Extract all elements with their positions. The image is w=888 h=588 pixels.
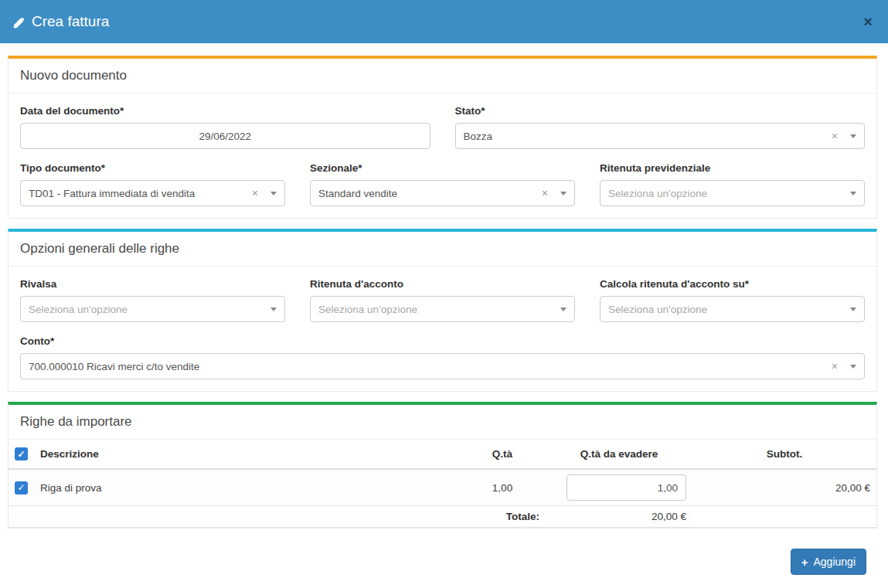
row-subtot: 20,00 € [692, 469, 876, 506]
clear-icon[interactable]: × [542, 188, 548, 199]
label-ritenuta-acconto: Ritenuta d'acconto [310, 278, 575, 290]
column-header-qta: Q.tà [459, 440, 546, 469]
righe-table: ✓ Descrizione Q.tà Q.tà da evadere Subto… [9, 440, 876, 528]
field-stato: Stato* Bozza × [455, 105, 866, 149]
clear-icon[interactable]: × [832, 131, 838, 141]
conto-select[interactable]: 700.000010 Ricavi merci c/to vendite × [20, 353, 865, 379]
ritenuta-acconto-select[interactable]: Seleziona un'opzione [310, 296, 575, 322]
card-opzioni-generali: Opzioni generali delle righe Rivalsa Sel… [8, 229, 877, 392]
rivalsa-select[interactable]: Seleziona un'opzione [20, 296, 285, 322]
row-checkbox[interactable]: ✓ [15, 481, 28, 495]
modal-title-text: Crea fattura [32, 13, 109, 30]
column-header-subtot: Subtot. [692, 440, 876, 469]
conto-value: 700.000010 Ricavi merci c/to vendite [29, 361, 825, 372]
modal-footer: + Aggiungi [8, 539, 877, 585]
chevron-down-icon [270, 192, 277, 195]
select-all-checkbox[interactable]: ✓ [15, 447, 28, 461]
label-sezionale: Sezionale* [310, 162, 575, 174]
chevron-down-icon [850, 365, 856, 369]
chevron-down-icon [850, 134, 856, 138]
field-rivalsa: Rivalsa Seleziona un'opzione [20, 278, 285, 322]
card-title-nuovo-documento: Nuovo documento [9, 59, 876, 93]
field-conto: Conto* 700.000010 Ricavi merci c/to vend… [20, 335, 865, 379]
chevron-down-icon [270, 308, 277, 311]
card-nuovo-documento: Nuovo documento Data del documento* Stat… [8, 56, 877, 219]
qta-da-evadere-input[interactable] [566, 474, 686, 501]
field-ritenuta-acconto: Ritenuta d'acconto Seleziona un'opzione [310, 278, 575, 322]
field-data-documento: Data del documento* [20, 105, 430, 149]
sezionale-value: Standard vendite [318, 188, 536, 199]
row-qta: 1,00 [459, 469, 546, 506]
label-ritenuta-previdenziale: Ritenuta previdenziale [600, 162, 865, 174]
close-icon[interactable]: × [860, 12, 876, 31]
label-conto: Conto* [20, 335, 865, 347]
card-title-righe: Righe da importare [9, 405, 876, 440]
calcola-ritenuta-select[interactable]: Seleziona un'opzione [600, 296, 865, 322]
aggiungi-button[interactable]: + Aggiungi [791, 549, 866, 575]
clear-icon[interactable]: × [832, 361, 838, 372]
label-tipo-documento: Tipo documento* [20, 162, 285, 174]
totale-value: 20,00 € [546, 506, 692, 528]
column-header-descrizione: Descrizione [34, 440, 459, 469]
modal-title: Crea fattura [12, 13, 109, 30]
table-row: ✓ Riga di prova 1,00 20,00 € [9, 469, 876, 506]
data-documento-input[interactable] [20, 123, 430, 149]
label-stato: Stato* [455, 105, 866, 117]
ritenuta-previdenziale-placeholder: Seleziona un'opzione [608, 188, 850, 199]
chevron-down-icon [560, 308, 566, 311]
stato-value: Bozza [464, 131, 825, 142]
aggiungi-label: Aggiungi [814, 556, 856, 568]
chevron-down-icon [560, 192, 566, 195]
pencil-icon [12, 16, 24, 28]
field-calcola-ritenuta: Calcola ritenuta d'acconto su* Seleziona… [600, 278, 865, 322]
label-calcola-ritenuta: Calcola ritenuta d'acconto su* [600, 278, 865, 290]
ritenuta-acconto-placeholder: Seleziona un'opzione [318, 304, 560, 315]
totale-empty-cell [692, 506, 876, 528]
calcola-ritenuta-placeholder: Seleziona un'opzione [608, 304, 850, 315]
rivalsa-placeholder: Seleziona un'opzione [29, 304, 270, 315]
tipo-documento-value: TD01 - Fattura immediata di vendita [29, 188, 246, 199]
sezionale-select[interactable]: Standard vendite × [310, 180, 575, 206]
plus-icon: + [801, 556, 808, 568]
label-data-documento: Data del documento* [20, 105, 430, 117]
table-header-row: ✓ Descrizione Q.tà Q.tà da evadere Subto… [9, 440, 876, 469]
totale-label: Totale: [9, 506, 546, 528]
field-tipo-documento: Tipo documento* TD01 - Fattura immediata… [20, 162, 285, 206]
modal-header: Crea fattura × [0, 0, 888, 43]
row-descrizione: Riga di prova [34, 469, 459, 506]
modal-body: Nuovo documento Data del documento* Stat… [0, 43, 888, 585]
tipo-documento-select[interactable]: TD01 - Fattura immediata di vendita × [20, 180, 285, 206]
column-header-qta-da-evadere: Q.tà da evadere [546, 440, 692, 469]
chevron-down-icon [850, 192, 856, 195]
field-ritenuta-previdenziale: Ritenuta previdenziale Seleziona un'opzi… [600, 162, 865, 206]
table-total-row: Totale: 20,00 € [9, 506, 876, 528]
ritenuta-previdenziale-select[interactable]: Seleziona un'opzione [600, 180, 865, 206]
clear-icon[interactable]: × [252, 188, 258, 199]
field-sezionale: Sezionale* Standard vendite × [310, 162, 575, 206]
card-title-opzioni: Opzioni generali delle righe [9, 232, 876, 267]
chevron-down-icon [850, 308, 856, 311]
card-righe-da-importare: Righe da importare ✓ Descrizione Q.tà Q.… [8, 402, 877, 529]
stato-select[interactable]: Bozza × [455, 123, 866, 149]
label-rivalsa: Rivalsa [20, 278, 285, 290]
